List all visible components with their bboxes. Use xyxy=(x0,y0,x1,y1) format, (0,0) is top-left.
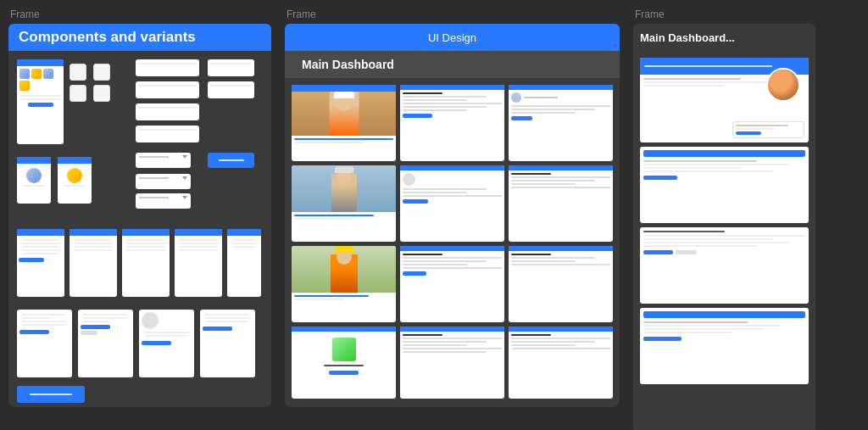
middle-frame-content xyxy=(285,78,620,407)
mockup-grid xyxy=(292,85,613,399)
form-field-3 xyxy=(136,103,199,120)
dialog-mockup-2 xyxy=(78,310,133,377)
bottom-btn xyxy=(17,386,85,403)
screen-mockup-8 xyxy=(400,246,504,322)
icon-2 xyxy=(93,64,110,81)
page-mockup-3 xyxy=(122,229,170,297)
screen-mockup-3 xyxy=(509,85,613,161)
left-frame-title: Components and variants xyxy=(8,24,271,51)
dialog-mockup-3 xyxy=(139,310,194,377)
right-card-1 xyxy=(640,58,809,142)
component-card-3 xyxy=(58,157,92,204)
form-field-5 xyxy=(208,59,254,76)
icon-1 xyxy=(70,64,86,81)
icon-4 xyxy=(93,85,110,102)
screen-mockup-2 xyxy=(400,85,504,161)
form-field-1 xyxy=(136,59,199,76)
middle-frame-label: Frame xyxy=(285,8,316,20)
component-card-1 xyxy=(17,59,64,144)
screen-mockup-7 xyxy=(292,246,396,322)
screen-mockup-6 xyxy=(509,165,613,242)
right-frame-title: Main Dashboard... xyxy=(633,24,815,51)
left-frame-label: Frame xyxy=(8,8,40,20)
dialog-mockup-1 xyxy=(17,310,72,377)
screen-mockup-11 xyxy=(400,327,504,399)
page-mockup-4 xyxy=(175,229,222,297)
form-field-2 xyxy=(136,81,199,98)
screen-mockup-4 xyxy=(292,165,396,242)
page-mockup-2 xyxy=(70,229,117,297)
form-field-4 xyxy=(136,126,199,142)
component-card-2 xyxy=(17,157,51,204)
popup-dialog xyxy=(732,121,804,138)
middle-frame: Frame UI Design Main Dashboard xyxy=(285,8,620,407)
page-mockup-5 xyxy=(227,229,261,297)
dialog-mockup-4 xyxy=(200,310,255,377)
form-field-6 xyxy=(208,81,254,98)
right-card-3 xyxy=(640,227,809,304)
middle-frame-secondary-bar: Main Dashboard xyxy=(285,51,620,78)
right-card-4 xyxy=(640,308,809,384)
middle-frame-title: UI Design xyxy=(285,24,620,51)
right-card-2 xyxy=(640,147,809,223)
right-frame-content xyxy=(633,51,815,430)
screen-mockup-12 xyxy=(509,327,613,399)
right-frame: Frame Main Dashboard... xyxy=(633,8,815,430)
page-mockup-1 xyxy=(17,229,64,297)
select-2 xyxy=(136,174,191,189)
middle-frame-secondary-title: Main Dashboard xyxy=(295,58,394,71)
left-frame: Frame Components and variants xyxy=(8,8,271,407)
components-canvas xyxy=(17,59,263,382)
select-3 xyxy=(136,193,191,209)
btn-component xyxy=(208,153,254,168)
screen-mockup-9 xyxy=(509,246,613,322)
screen-mockup-5 xyxy=(400,165,504,242)
select-1 xyxy=(136,153,191,168)
screen-mockup-1 xyxy=(292,85,396,161)
right-frame-label: Frame xyxy=(633,8,665,20)
left-frame-content xyxy=(8,51,271,407)
icon-3 xyxy=(70,85,86,102)
screen-mockup-10 xyxy=(292,327,396,399)
